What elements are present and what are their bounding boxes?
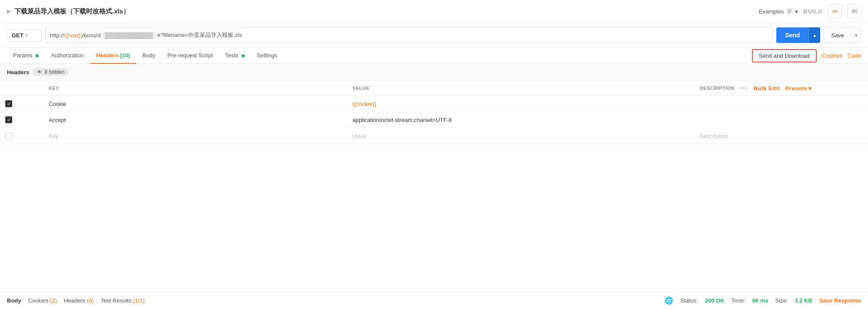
request-name: 下载菜品导入模板（下载时改格式.xls） xyxy=(14,7,130,16)
message-icon: ✉ xyxy=(851,7,857,16)
tabs-bar: Params Authorization Headers (10) Body P… xyxy=(0,48,868,64)
placeholder-row: Key Value Description xyxy=(0,128,868,144)
tab-tests[interactable]: Tests xyxy=(219,48,251,64)
examples-button[interactable]: Examples 0 ▾ xyxy=(759,8,798,15)
row2-checkbox[interactable] xyxy=(5,116,12,123)
placeholder-value-cell[interactable]: Value xyxy=(347,128,695,144)
url-path: /boss/d xyxy=(82,32,100,39)
row1-checkbox-cell xyxy=(0,96,43,112)
row1-desc-cell[interactable] xyxy=(695,96,868,112)
placeholder-checkbox xyxy=(5,132,12,139)
table-row: Accept application/octet-stream;charset=… xyxy=(0,112,868,128)
tab-pre-request-label: Pre-request Script xyxy=(167,52,213,59)
tab-pre-request[interactable]: Pre-request Script xyxy=(161,48,219,64)
save-button[interactable]: Save xyxy=(824,27,851,43)
examples-chevron-icon: ▾ xyxy=(795,8,798,15)
row2-value-cell[interactable]: application/octet-stream;charset=UTF-8 xyxy=(347,112,695,128)
row2-key: Accept xyxy=(49,117,66,123)
presets-chevron-icon: ▾ xyxy=(808,85,812,92)
tests-dot-icon xyxy=(242,54,245,57)
url-display: http:// {{host}} /boss/d ████████████ e?… xyxy=(50,31,768,39)
save-dropdown-button[interactable]: ▾ xyxy=(851,27,861,43)
tab-settings-label: Settings xyxy=(257,52,277,59)
tab-authorization-label: Authorization xyxy=(51,52,84,59)
row1-value: {{cookie}} xyxy=(353,101,376,107)
params-dot-icon xyxy=(36,54,39,57)
row1-checkbox[interactable] xyxy=(5,100,12,107)
url-suffix: e?filename=外卖菜品导入模板.xls xyxy=(157,31,242,39)
description-column-label: DESCRIPTION xyxy=(700,85,735,91)
examples-label: Examples xyxy=(759,8,784,15)
url-bar: GET ▾ http:// {{host}} /boss/d █████████… xyxy=(0,23,868,48)
col-value-header: VALUE xyxy=(347,81,695,96)
tab-params[interactable]: Params xyxy=(7,48,45,64)
row1-value-cell[interactable]: {{cookie}} xyxy=(347,96,695,112)
table-actions: DESCRIPTION ··· Bulk Edit Presets ▾ xyxy=(700,84,863,92)
key-column-label: KEY xyxy=(49,85,59,91)
headers-section: Headers 👁 8 hidden xyxy=(0,64,868,81)
expand-arrow-icon[interactable]: ▶ xyxy=(7,8,11,14)
code-link[interactable]: Code xyxy=(848,53,861,59)
row1-key-cell[interactable]: Cookie xyxy=(43,96,347,112)
build-button[interactable]: BUILD xyxy=(803,8,823,15)
top-bar-left: ▶ 下载菜品导入模板（下载时改格式.xls） xyxy=(7,7,130,16)
url-host-template: {{host}} xyxy=(64,32,83,39)
tab-params-label: Params xyxy=(13,52,33,59)
headers-count: (10) xyxy=(120,52,130,59)
placeholder-desc-cell[interactable]: Description xyxy=(695,128,868,144)
method-select[interactable]: GET ▾ xyxy=(7,29,42,42)
tab-headers[interactable]: Headers (10) xyxy=(90,48,136,64)
tab-body-label: Body xyxy=(142,52,155,59)
send-button-wrap: Send ▲ xyxy=(776,27,820,43)
value-column-label: VALUE xyxy=(353,85,369,91)
edit-icon-button[interactable]: ✏ xyxy=(828,4,842,18)
url-input[interactable]: http:// {{host}} /boss/d ████████████ e?… xyxy=(45,27,773,43)
placeholder-key-cell[interactable]: Key xyxy=(43,128,347,144)
headers-section-label: Headers xyxy=(7,69,29,76)
examples-badge: 0 xyxy=(785,8,793,14)
tabs-right: Send and Download Cookies Code xyxy=(752,49,861,62)
col-key-header: KEY xyxy=(43,81,347,96)
message-icon-button[interactable]: ✉ xyxy=(847,4,861,18)
row2-key-cell[interactable]: Accept xyxy=(43,112,347,128)
bulk-edit-button[interactable]: Bulk Edit xyxy=(754,85,780,92)
hidden-badge[interactable]: 👁 8 hidden xyxy=(33,68,69,76)
cookies-link[interactable]: Cookies xyxy=(822,53,842,59)
url-plain-prefix: http:// xyxy=(50,32,64,39)
send-download-button[interactable]: Send and Download xyxy=(752,49,817,62)
edit-icon: ✏ xyxy=(832,7,838,16)
placeholder-value: Value xyxy=(353,133,366,139)
tab-authorization[interactable]: Authorization xyxy=(45,48,90,64)
tab-tests-label: Tests xyxy=(225,52,238,59)
row2-value: application/octet-stream;charset=UTF-8 xyxy=(353,117,452,123)
top-bar-right: Examples 0 ▾ BUILD ✏ ✉ xyxy=(759,4,861,18)
send-button[interactable]: Send xyxy=(776,27,808,43)
more-options-button[interactable]: ··· xyxy=(740,84,748,92)
row2-desc-cell[interactable] xyxy=(695,112,868,128)
row1-key: Cookie xyxy=(49,101,66,107)
method-label: GET xyxy=(12,32,23,39)
col-check-header xyxy=(0,81,43,96)
placeholder-checkbox-cell xyxy=(0,128,43,144)
method-chevron-icon: ▾ xyxy=(25,33,27,38)
presets-button[interactable]: Presets ▾ xyxy=(785,85,811,92)
placeholder-description: Description xyxy=(700,133,728,139)
headers-table: KEY VALUE DESCRIPTION ··· Bulk Edit Pres… xyxy=(0,81,868,144)
col-desc-header: DESCRIPTION ··· Bulk Edit Presets ▾ xyxy=(695,81,868,96)
save-button-wrap: Save ▾ xyxy=(824,27,861,43)
hidden-count: 8 hidden xyxy=(44,69,64,75)
top-bar: ▶ 下载菜品导入模板（下载时改格式.xls） Examples 0 ▾ BUIL… xyxy=(0,0,868,23)
presets-label: Presets xyxy=(785,85,807,92)
table-row: Cookie {{cookie}} xyxy=(0,96,868,112)
tab-settings[interactable]: Settings xyxy=(251,48,283,64)
tab-body[interactable]: Body xyxy=(136,48,161,64)
url-hidden-part: ████████████ xyxy=(101,32,156,39)
placeholder-key: Key xyxy=(49,133,58,139)
eye-icon: 👁 xyxy=(37,69,42,75)
row2-checkbox-cell xyxy=(0,112,43,128)
tab-headers-label: Headers (10) xyxy=(96,52,130,59)
send-dropdown-button[interactable]: ▲ xyxy=(808,27,820,43)
